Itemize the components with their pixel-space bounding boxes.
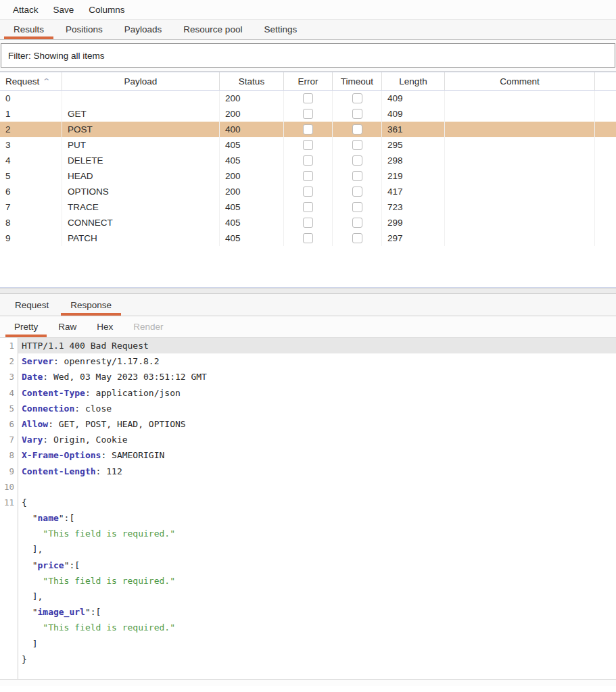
results-table-empty-area xyxy=(0,246,616,288)
tab-positions[interactable]: Positions xyxy=(55,20,114,39)
cell-timeout xyxy=(333,91,382,106)
timeout-checkbox[interactable] xyxy=(352,187,362,197)
column-header-filler xyxy=(595,72,616,90)
tab-payloads[interactable]: Payloads xyxy=(114,20,173,39)
code-line-text: ], xyxy=(18,541,616,557)
timeout-checkbox[interactable] xyxy=(352,124,362,134)
table-row[interactable]: 0 200 409 xyxy=(0,91,616,106)
cell-request: 8 xyxy=(0,215,62,230)
cell-error xyxy=(284,215,333,230)
cell-length: 295 xyxy=(382,137,445,153)
tab-response[interactable]: Response xyxy=(60,294,122,316)
error-checkbox[interactable] xyxy=(303,233,313,243)
column-header-payload[interactable]: Payload xyxy=(62,72,220,90)
line-number: 11 xyxy=(0,495,18,510)
error-checkbox[interactable] xyxy=(303,187,313,197)
cell-length: 219 xyxy=(382,168,445,184)
table-row[interactable]: 4 DELETE 405 298 xyxy=(0,153,616,168)
timeout-checkbox[interactable] xyxy=(352,155,362,166)
cell-payload: GET xyxy=(62,106,220,122)
cell-timeout xyxy=(333,215,382,230)
timeout-checkbox[interactable] xyxy=(352,233,362,243)
filter-bar[interactable]: Filter: Showing all items xyxy=(1,43,615,68)
timeout-checkbox[interactable] xyxy=(352,171,362,181)
column-header-status[interactable]: Status xyxy=(220,72,284,90)
column-header-length[interactable]: Length xyxy=(382,72,445,90)
bottom-strip xyxy=(0,679,616,686)
line-number xyxy=(0,558,18,573)
code-line-text: { xyxy=(18,495,616,510)
code-line-text: X-Frame-Options: SAMEORIGIN xyxy=(18,447,616,463)
timeout-checkbox[interactable] xyxy=(352,140,362,150)
column-header-error[interactable]: Error xyxy=(284,72,333,90)
cell-status: 200 xyxy=(220,106,284,122)
table-row[interactable]: 6 OPTIONS 200 417 xyxy=(0,184,616,199)
error-checkbox[interactable] xyxy=(303,155,313,166)
error-checkbox[interactable] xyxy=(303,171,313,181)
error-checkbox[interactable] xyxy=(303,109,313,119)
code-line: 9 Content-Length: 112 xyxy=(0,464,616,479)
code-line: "image_url":[ xyxy=(0,604,616,620)
timeout-checkbox[interactable] xyxy=(352,218,362,228)
error-checkbox[interactable] xyxy=(303,124,313,134)
error-checkbox[interactable] xyxy=(303,202,313,212)
menu-save[interactable]: Save xyxy=(46,2,82,18)
error-checkbox[interactable] xyxy=(303,218,313,228)
tab-pretty[interactable]: Pretty xyxy=(4,316,48,337)
table-row[interactable]: 1 GET 200 409 xyxy=(0,106,616,122)
cell-length: 417 xyxy=(382,184,445,199)
code-line-text: "name":[ xyxy=(18,510,616,526)
tab-hex[interactable]: Hex xyxy=(87,316,123,337)
line-number xyxy=(0,510,18,526)
timeout-checkbox[interactable] xyxy=(352,93,362,103)
table-row[interactable]: 3 PUT 405 295 xyxy=(0,137,616,153)
code-line: "This field is required." xyxy=(0,620,616,635)
error-checkbox[interactable] xyxy=(303,93,313,103)
code-line-text: ] xyxy=(18,636,616,651)
tab-raw[interactable]: Raw xyxy=(48,316,87,337)
cell-filler xyxy=(595,122,616,137)
line-number xyxy=(0,620,18,635)
cell-comment xyxy=(445,91,595,106)
code-line-text xyxy=(18,479,616,495)
cell-payload xyxy=(62,91,220,106)
tab-render[interactable]: Render xyxy=(123,316,173,337)
table-row[interactable]: 9 PATCH 405 297 xyxy=(0,230,616,246)
code-line: 2 Server: openresty/1.17.8.2 xyxy=(0,353,616,369)
table-row[interactable]: 2 POST 400 361 xyxy=(0,122,616,137)
column-header-request[interactable]: Request ⌃ xyxy=(0,72,62,90)
cell-filler xyxy=(595,230,616,246)
pane-splitter[interactable] xyxy=(0,288,616,294)
tab-results[interactable]: Results xyxy=(3,20,55,39)
timeout-checkbox[interactable] xyxy=(352,202,362,212)
code-line-text: "This field is required." xyxy=(18,620,616,635)
table-row[interactable]: 5 HEAD 200 219 xyxy=(0,168,616,184)
column-header-comment[interactable]: Comment xyxy=(445,72,595,90)
column-header-timeout[interactable]: Timeout xyxy=(333,72,382,90)
cell-request: 1 xyxy=(0,106,62,122)
cell-status: 200 xyxy=(220,184,284,199)
cell-filler xyxy=(595,215,616,230)
menu-columns[interactable]: Columns xyxy=(81,2,132,18)
message-viewer-tab-bar: Request Response xyxy=(0,294,616,316)
table-row[interactable]: 7 TRACE 405 723 xyxy=(0,199,616,215)
cell-timeout xyxy=(333,122,382,137)
line-number: 7 xyxy=(0,432,18,447)
intruder-tab-bar: Results Positions Payloads Resource pool… xyxy=(0,19,616,40)
timeout-checkbox[interactable] xyxy=(352,109,362,119)
tab-resource-pool[interactable]: Resource pool xyxy=(172,20,253,39)
response-editor[interactable]: 1 HTTP/1.1 400 Bad Request 2 Server: ope… xyxy=(0,338,616,667)
cell-comment xyxy=(445,215,595,230)
column-header-request-label: Request xyxy=(5,76,39,86)
code-line: 1 HTTP/1.1 400 Bad Request xyxy=(0,338,616,353)
cell-comment xyxy=(445,184,595,199)
menu-attack[interactable]: Attack xyxy=(5,2,46,18)
line-number xyxy=(0,651,18,667)
tab-settings[interactable]: Settings xyxy=(253,20,308,39)
sort-ascending-icon: ⌃ xyxy=(42,77,51,86)
cell-error xyxy=(284,168,333,184)
table-row[interactable]: 8 CONNECT 405 299 xyxy=(0,215,616,230)
error-checkbox[interactable] xyxy=(303,140,313,150)
code-line: 11 { xyxy=(0,495,616,510)
tab-request[interactable]: Request xyxy=(4,294,60,316)
